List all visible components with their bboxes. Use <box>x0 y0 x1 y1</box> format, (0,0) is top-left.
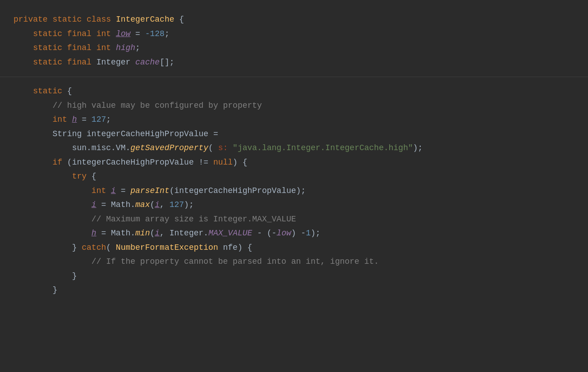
code-line-13: i = Math.max(i, 127); <box>0 198 588 212</box>
code-line-14: // Maximum array size is Integer.MAX_VAL… <box>0 212 588 227</box>
num-neg128: -128 <box>145 29 165 38</box>
method-parseint: parseInt <box>130 186 169 195</box>
code-line-17: // If the property cannot be parsed into… <box>0 255 588 269</box>
code-section-2: static { // high value may be configured… <box>0 81 588 301</box>
keyword-class: class <box>87 15 111 24</box>
code-line-7: int h = 127; <box>0 113 588 127</box>
code-line-5: static { <box>0 84 588 99</box>
method-min: min <box>135 229 150 238</box>
code-line-10: if (integerCacheHighPropValue != null) { <box>0 156 588 170</box>
code-line-19: } <box>0 283 588 298</box>
param-s: s: <box>218 143 228 152</box>
type-numberformatexception: NumberFormatException <box>116 243 218 252</box>
keyword-final-2: final <box>67 43 92 52</box>
var-i-2: i <box>92 200 96 209</box>
type-integer: Integer <box>96 58 131 67</box>
type-int-3: int <box>52 115 67 124</box>
section-divider <box>0 77 588 77</box>
code-line-9: sun.misc.VM.getSavedProperty( s: "java.l… <box>0 141 588 156</box>
keyword-if: if <box>52 158 62 167</box>
code-line-1: private static class IntegerCache { <box>0 13 588 27</box>
method-max: max <box>135 200 150 209</box>
code-line-16: } catch( NumberFormatException nfe) { <box>0 241 588 255</box>
keyword-static-3: static <box>33 43 62 52</box>
var-high: high <box>116 43 135 52</box>
code-line-15: h = Math.min(i, Integer.MAX_VALUE - (-lo… <box>0 226 588 241</box>
string-java-lang: "java.lang.Integer.IntegerCache.high" <box>233 143 413 152</box>
type-int-4: int <box>92 186 106 195</box>
code-line-12: int i = parseInt(integerCacheHighPropVal… <box>0 184 588 198</box>
comment-3: // If the property cannot be parsed into… <box>92 257 379 266</box>
keyword-final: final <box>67 29 92 38</box>
var-cache: cache <box>135 58 160 67</box>
code-line-11: try { <box>0 170 588 184</box>
code-line-2: static final int low = -128; <box>0 27 588 41</box>
num-127: 127 <box>92 115 106 124</box>
var-i: i <box>111 186 116 195</box>
type-string: String <box>52 129 82 138</box>
classname-integercache: IntegerCache <box>116 15 175 24</box>
keyword-final-3: final <box>67 58 92 67</box>
var-h: h <box>72 115 77 124</box>
var-i-3: i <box>155 200 160 209</box>
comment-1: // high value may be configured by prope… <box>52 101 262 110</box>
var-i-4: i <box>155 229 160 238</box>
keyword-try: try <box>72 172 87 181</box>
code-line-3: static final int high; <box>0 41 588 55</box>
var-max-value: MAX_VALUE <box>208 229 252 238</box>
keyword-static-5: static <box>33 87 62 96</box>
var-h-2: h <box>92 229 96 238</box>
keyword-catch: catch <box>82 243 106 252</box>
num-127-2: 127 <box>170 200 184 209</box>
code-section-1: private static class IntegerCache { stat… <box>0 9 588 73</box>
keyword-static-4: static <box>33 58 62 67</box>
code-line-4: static final Integer cache[]; <box>0 55 588 70</box>
code-editor: private static class IntegerCache { stat… <box>0 0 588 310</box>
keyword-static-2: static <box>33 29 62 38</box>
code-line-18: } <box>0 269 588 284</box>
num-1: 1 <box>306 229 311 238</box>
type-int-2: int <box>96 43 111 52</box>
code-line-6: // high value may be configured by prope… <box>0 99 588 113</box>
code-line-8: String integerCacheHighPropValue = <box>0 127 588 142</box>
keyword-static: static <box>52 15 82 24</box>
var-low-2: low <box>276 229 291 238</box>
method-getsavedproperty: getSavedProperty <box>130 143 208 152</box>
keyword-private: private <box>14 15 48 24</box>
keyword-null: null <box>213 158 233 167</box>
type-int-1: int <box>96 29 111 38</box>
var-low: low <box>116 29 130 38</box>
comment-2: // Maximum array size is Integer.MAX_VAL… <box>92 215 296 224</box>
